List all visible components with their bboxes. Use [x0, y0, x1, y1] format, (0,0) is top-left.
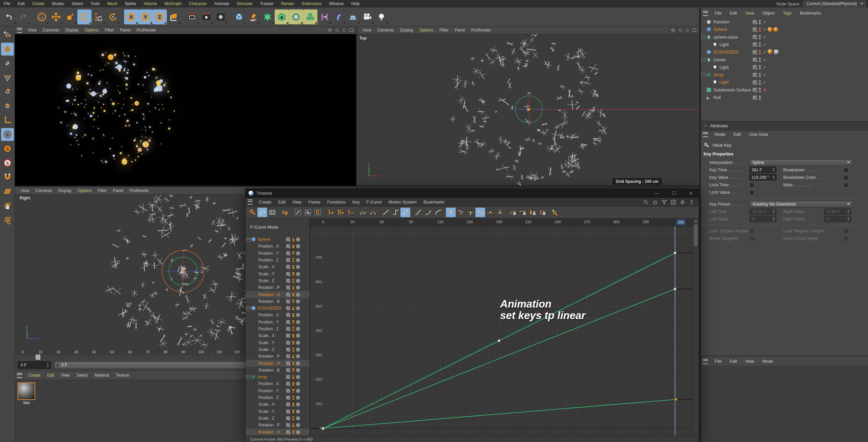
close-icon[interactable]: × [701, 124, 710, 128]
attr-field-key-value[interactable]: 119.208 °▲▼ [749, 174, 776, 181]
track-solo-toggle[interactable] [296, 299, 300, 303]
timeline-menu-view[interactable]: View [289, 200, 305, 205]
toolbar-primitive-cube-button[interactable] [232, 9, 246, 24]
track-solo-toggle[interactable] [296, 313, 300, 317]
track-solo-toggle[interactable] [296, 423, 300, 427]
attr-select-interpolation[interactable]: Spline [749, 159, 853, 166]
object-row-sphere[interactable]: Sphere✓ [701, 26, 868, 33]
collapse-icon[interactable] [702, 58, 705, 62]
track-solo-toggle[interactable] [296, 237, 300, 241]
vp-top-menu-display[interactable]: Display [397, 28, 416, 33]
checkbox-lock-tangent-angles[interactable] [749, 229, 754, 234]
spinner-arrows-icon[interactable]: ▲▼ [772, 216, 775, 221]
menu-character[interactable]: Character [185, 1, 211, 6]
toggle-view-icon[interactable] [348, 27, 354, 33]
spinner-arrows-icon[interactable]: ▲▼ [772, 209, 775, 214]
timeline-titlebar[interactable]: Timeline — ☐ ✕ [245, 189, 699, 198]
track-sphere-scale-y[interactable]: Scale . Y [245, 271, 310, 277]
track-icosaeder-rotation-h[interactable]: Rotation . H [245, 360, 310, 366]
timeline-fcurve-mode-button[interactable] [257, 208, 267, 217]
collapse-icon[interactable] [702, 35, 705, 39]
track-solo-toggle[interactable] [296, 416, 300, 420]
toolbar-array-button[interactable] [303, 9, 317, 24]
toolbar-move-button[interactable] [49, 9, 63, 24]
vertical-scrollbar[interactable]: ▲ [693, 218, 699, 436]
visibility-dots[interactable] [759, 35, 761, 39]
viewport-perspective-canvas[interactable] [15, 34, 356, 186]
keyframe-bar[interactable] [292, 265, 295, 270]
track-sphere-scale-z[interactable]: Scale . Z [245, 277, 310, 284]
vp-persp-menu-display[interactable]: Display [62, 28, 81, 33]
track-enable-toggle[interactable] [286, 389, 290, 393]
track-solo-toggle[interactable] [296, 402, 300, 406]
zoom-view-icon[interactable] [334, 27, 340, 33]
menu-create[interactable]: Create [28, 1, 48, 6]
timeline-tangent-break-button[interactable] [485, 208, 495, 217]
track-solo-toggle[interactable] [296, 341, 300, 345]
attr-field-left-value[interactable]: 0 °▲▼ [749, 216, 776, 222]
enable-toggle[interactable] [753, 42, 757, 47]
hamburger-icon[interactable] [703, 132, 708, 137]
track-array-scale-z[interactable]: Scale . Z [245, 415, 310, 422]
fcurve-graph[interactable] [310, 226, 694, 436]
track-solo-toggle[interactable] [296, 354, 300, 358]
object-row-cloner[interactable]: Cloner✓ [701, 56, 868, 64]
maximize-button[interactable]: ☐ [672, 191, 676, 196]
keyframe-bar[interactable] [292, 354, 295, 359]
keyframe-selected[interactable] [675, 398, 677, 401]
timeline-tangent-linear-button[interactable] [381, 208, 391, 217]
track-enable-toggle[interactable] [286, 402, 290, 406]
toolbar-last-tool-psr-button[interactable]: PSR [92, 9, 106, 24]
rotate-view-icon[interactable] [684, 27, 690, 33]
track-solo-toggle[interactable] [296, 396, 300, 400]
visibility-dots[interactable] [759, 50, 761, 55]
scale-view-icon[interactable] [689, 199, 695, 205]
menu-file[interactable]: File [0, 1, 14, 6]
expander-icon[interactable]: › [703, 202, 704, 207]
keyframe-bar[interactable] [292, 313, 295, 318]
hamburger-icon[interactable] [17, 373, 22, 378]
keyframe-bar[interactable] [292, 388, 295, 393]
sphere-tag-icon[interactable] [768, 49, 772, 54]
timeline-menu-bookmarks[interactable]: Bookmarks [420, 200, 448, 205]
attr-menu-edit[interactable]: Edit [729, 132, 745, 137]
enable-toggle[interactable] [753, 27, 757, 32]
toolbar-render-to-picture-viewer-button[interactable] [199, 9, 214, 24]
keyframe[interactable] [322, 427, 324, 430]
keyframe-bar[interactable] [292, 244, 295, 249]
object-row-random[interactable]: Random✓ [701, 18, 868, 26]
om-menu-tags[interactable]: Tags [779, 11, 796, 16]
vp-top-menu-filter[interactable]: Filter [436, 28, 452, 33]
track-solo-toggle[interactable] [296, 272, 300, 276]
keyframe-bar[interactable] [292, 251, 295, 256]
checkbox-break-tangents[interactable] [749, 236, 754, 241]
om-menu-edit[interactable]: Edit [726, 11, 741, 16]
object-row-icosaeder[interactable]: ICOSAEDER✓ [701, 48, 868, 56]
node-space-select[interactable]: Current (Standard/Physical) [803, 1, 866, 7]
timeline-motion-mode-button[interactable] [267, 208, 277, 217]
track-enable-toggle[interactable] [286, 272, 290, 276]
track-sphere-rotation-p[interactable]: Rotation . P [245, 284, 310, 291]
keyframe-bar[interactable] [292, 299, 295, 304]
track-solo-toggle[interactable] [296, 327, 300, 331]
visibility-dots[interactable] [759, 88, 761, 92]
keyframe-bar[interactable] [292, 429, 295, 435]
material-menu-material[interactable]: Material [91, 373, 113, 378]
attributes-tab-label[interactable]: Attributes [710, 124, 728, 128]
track-solo-toggle[interactable] [296, 293, 300, 297]
material-thumbnail[interactable] [18, 382, 35, 400]
timeline-fcurve-snapshot-button[interactable]: f [280, 208, 290, 217]
palette-polygons-mode-button[interactable] [1, 100, 14, 112]
menu-window[interactable]: Window [326, 1, 348, 6]
keyframe-bar[interactable] [292, 409, 295, 414]
track-solo-toggle[interactable] [296, 244, 300, 248]
vp-top-menu-prorender[interactable]: ProRender [468, 28, 494, 33]
track-solo-toggle[interactable] [296, 430, 300, 434]
palette-enable-snap-button[interactable] [1, 171, 14, 184]
track-enable-toggle[interactable] [286, 409, 290, 414]
toolbar-redo-button[interactable] [16, 9, 31, 24]
toolbar-undo-button[interactable] [2, 9, 16, 24]
track-array-position-z[interactable]: Position . Z [245, 394, 310, 401]
checkbox-lock-time[interactable] [749, 183, 754, 188]
enable-toggle[interactable] [753, 35, 757, 39]
